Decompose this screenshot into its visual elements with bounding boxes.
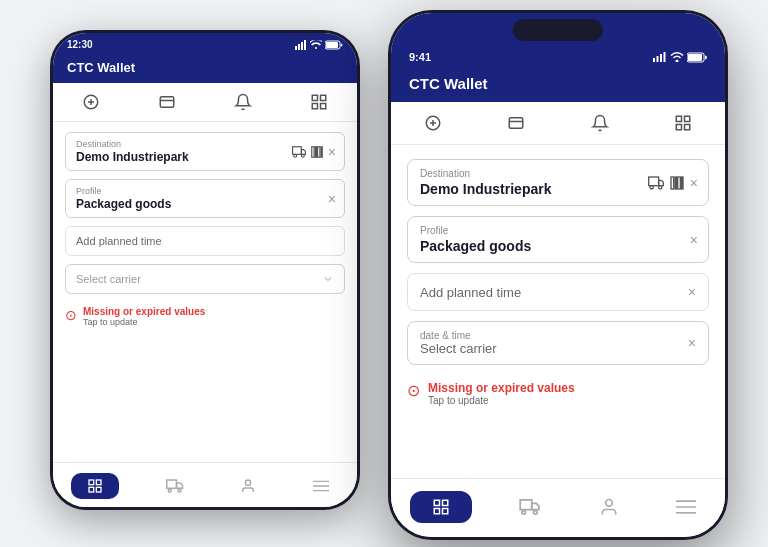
error-icon-small: ⊙ xyxy=(65,307,77,323)
svg-point-30 xyxy=(178,489,181,492)
tab-grid-large[interactable] xyxy=(672,112,694,134)
svg-point-18 xyxy=(301,154,304,157)
destination-close-small[interactable]: × xyxy=(328,144,336,160)
error-text-large: Missing or expired values Tap to update xyxy=(428,381,575,406)
tab-add-small[interactable] xyxy=(80,91,102,113)
svg-marker-28 xyxy=(176,483,182,488)
tab-bell-small[interactable] xyxy=(232,91,254,113)
svg-rect-15 xyxy=(292,146,301,154)
phone-large: 9:41 CTC Wallet xyxy=(388,10,728,540)
battery-icon xyxy=(325,40,343,50)
nav-truck-small[interactable] xyxy=(156,473,194,499)
barcode-icon-small xyxy=(310,145,324,159)
svg-point-66 xyxy=(534,511,538,515)
svg-point-67 xyxy=(605,500,612,507)
svg-rect-58 xyxy=(681,177,682,189)
planned-time-text-small: Add planned time xyxy=(76,235,162,247)
destination-icons-large: × xyxy=(648,175,698,191)
truck-nav-icon-large xyxy=(519,499,541,515)
profile-close-small[interactable]: × xyxy=(328,191,336,207)
destination-icons-small: × xyxy=(292,144,336,160)
nav-grid-active-large[interactable] xyxy=(410,491,472,523)
nav-person-small[interactable] xyxy=(230,473,266,499)
destination-field-small[interactable]: Destination Demo Industriepark × xyxy=(65,132,345,171)
profile-field-large[interactable]: Profile Packaged goods × xyxy=(407,216,709,263)
profile-icons-small: × xyxy=(328,191,336,207)
destination-close-large[interactable]: × xyxy=(690,175,698,191)
app-title-small: CTC Wallet xyxy=(67,60,135,75)
svg-marker-52 xyxy=(658,180,663,185)
truck-icon-small xyxy=(292,145,306,159)
svg-rect-41 xyxy=(688,54,702,61)
svg-rect-35 xyxy=(653,58,655,62)
nav-menu-large[interactable] xyxy=(666,491,706,523)
svg-rect-1 xyxy=(298,44,300,50)
nav-truck-large[interactable] xyxy=(509,491,551,523)
tab-add-large[interactable] xyxy=(422,112,444,134)
nav-grid-active-small[interactable] xyxy=(71,473,119,499)
svg-rect-3 xyxy=(304,40,306,50)
signal-icon-large xyxy=(653,52,667,62)
svg-point-31 xyxy=(246,480,251,485)
planned-time-close-large[interactable]: × xyxy=(688,284,696,300)
phone-small: 12:30 CTC Wallet xyxy=(50,30,360,510)
svg-rect-51 xyxy=(648,177,658,186)
app-header-large: CTC Wallet xyxy=(391,69,725,102)
svg-rect-59 xyxy=(434,500,439,505)
svg-rect-23 xyxy=(89,480,94,485)
tab-card-large[interactable] xyxy=(505,112,527,134)
svg-rect-27 xyxy=(167,480,177,488)
scene: 12:30 CTC Wallet xyxy=(0,0,768,547)
top-tabs-large xyxy=(391,102,725,145)
truck-icon-large xyxy=(648,175,664,191)
profile-value-large: Packaged goods xyxy=(420,238,696,254)
nav-person-large[interactable] xyxy=(589,491,629,523)
svg-rect-56 xyxy=(675,177,676,189)
app-header-small: CTC Wallet xyxy=(53,54,357,83)
error-subtitle-small: Tap to update xyxy=(83,317,205,327)
carrier-close-large[interactable]: × xyxy=(688,335,696,351)
nav-menu-small[interactable] xyxy=(303,473,339,499)
svg-rect-50 xyxy=(677,125,682,130)
svg-point-54 xyxy=(658,185,661,188)
tab-bell-large[interactable] xyxy=(589,112,611,134)
planned-time-large[interactable]: Add planned time × xyxy=(407,273,709,311)
person-icon-small xyxy=(240,478,256,494)
svg-rect-22 xyxy=(321,146,322,157)
error-row-large[interactable]: ⊙ Missing or expired values Tap to updat… xyxy=(407,375,709,412)
svg-rect-36 xyxy=(657,56,659,62)
error-row-small[interactable]: ⊙ Missing or expired values Tap to updat… xyxy=(65,302,345,331)
svg-point-17 xyxy=(294,154,297,157)
svg-rect-13 xyxy=(321,104,326,109)
svg-rect-14 xyxy=(312,104,317,109)
wifi-icon xyxy=(310,40,322,49)
profile-field-small[interactable]: Profile Packaged goods × xyxy=(65,179,345,218)
profile-label-small: Profile xyxy=(76,186,334,196)
svg-rect-37 xyxy=(660,54,662,62)
svg-rect-19 xyxy=(312,146,314,157)
profile-close-large[interactable]: × xyxy=(690,232,698,248)
profile-label-large: Profile xyxy=(420,225,696,236)
planned-time-small[interactable]: Add planned time xyxy=(65,226,345,256)
svg-rect-5 xyxy=(326,42,338,48)
phone-small-screen: 12:30 CTC Wallet xyxy=(53,33,357,507)
error-title-large: Missing or expired values xyxy=(428,381,575,395)
svg-rect-62 xyxy=(434,509,439,514)
carrier-select-small[interactable]: Select carrier xyxy=(65,264,345,294)
destination-field-large[interactable]: Destination Demo Industriepark × xyxy=(407,159,709,206)
tab-card-small[interactable] xyxy=(156,91,178,113)
tab-grid-small[interactable] xyxy=(308,91,330,113)
svg-rect-47 xyxy=(677,116,682,121)
svg-rect-60 xyxy=(442,500,447,505)
bottom-nav-large xyxy=(391,478,725,537)
svg-marker-64 xyxy=(532,503,539,509)
svg-point-39 xyxy=(676,60,679,63)
profile-icons-large: × xyxy=(690,232,698,248)
grid-active-icon-large xyxy=(432,498,450,516)
error-title-small: Missing or expired values xyxy=(83,306,205,317)
status-bar-small: 12:30 xyxy=(53,33,357,54)
carrier-select-large[interactable]: date & time Select carrier × xyxy=(407,321,709,365)
phone-large-screen: 9:41 CTC Wallet xyxy=(391,13,725,537)
status-icons-large xyxy=(653,52,707,63)
svg-rect-55 xyxy=(671,177,674,189)
